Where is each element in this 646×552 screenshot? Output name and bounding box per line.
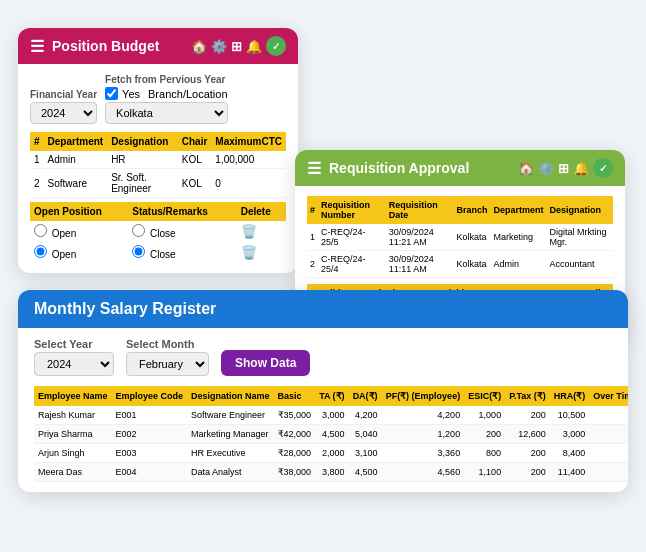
req-home-icon[interactable]: 🏠 [518,161,534,176]
salary-cell: 2,000 [589,406,628,425]
dept-col-dept: Department [44,132,108,151]
req-col-branch: Branch [454,196,491,224]
financial-year-group: Financial Year 2024 [30,89,97,124]
open-radio[interactable] [34,245,47,258]
dept-col-desig: Designation [107,132,178,151]
salary-cell: 4,560 [382,463,465,482]
salary-header: Monthly Salary Register [18,290,628,328]
trash-icon: 🗑️ [241,245,257,260]
salary-cell: 4,500 [315,425,349,444]
open-col-status: Status/Remarks [128,202,236,221]
req-col-hash: # [307,196,318,224]
req-header-left: ☰ Requisition Approval [307,159,469,178]
salary-cell: 5,040 [349,425,382,444]
salary-cell: 1,000 [464,406,505,425]
salary-cell: 12,600 [505,425,550,444]
req-col-dept: Department [491,196,547,224]
branch-select[interactable]: Kolkata [105,102,227,124]
salary-month-label: Select Month [126,338,209,350]
trash-icon: 🗑️ [241,224,257,239]
fetch-label: Fetch from Pervious Year [105,74,227,85]
open-col-delete: Delete [237,202,286,221]
salary-col-header: HRA(₹) [550,386,590,406]
branch-label: Branch/Location [148,88,228,100]
req1-cell: Kolkata [454,224,491,251]
salary-table: Employee NameEmployee CodeDesignation Na… [34,386,628,482]
position-budget-card: ☰ Position Budget 🏠 ⚙️ ⊞ 🔔 ✓ Financial Y… [18,28,298,273]
req-title: Requisition Approval [329,160,469,176]
salary-cell: 3,360 [382,444,465,463]
salary-cell: 8,400 [550,444,590,463]
req-header: ☰ Requisition Approval 🏠 ⚙️ ⊞ 🔔 ✓ [295,150,625,186]
open-position-cell: Open [30,221,128,242]
financial-year-label: Financial Year [30,89,97,100]
dept-cell: 1 [30,151,44,169]
salary-body: Select Year 2024 Select Month February S… [18,328,628,492]
dept-cell: KOL [178,169,212,198]
req1-cell: 30/09/2024 11:21 AM [386,224,454,251]
salary-col-header: Basic [274,386,316,406]
salary-cell: Data Analyst [187,463,274,482]
salary-cell: ₹38,000 [274,463,316,482]
salary-cell: ₹35,000 [274,406,316,425]
salary-cell: 1,100 [464,463,505,482]
salary-cell: 3,000 [315,406,349,425]
salary-cell: Marketing Manager [187,425,274,444]
status-cell: Close [128,221,236,242]
bell-icon[interactable]: 🔔 [246,39,262,54]
status-cell: Close [128,242,236,263]
salary-cell: HR Executive [187,444,274,463]
grid-icon[interactable]: ⊞ [231,39,242,54]
fetch-checkbox-row: Yes Branch/Location [105,87,227,100]
close-radio[interactable] [132,224,145,237]
settings-icon[interactable]: ⚙️ [211,39,227,54]
salary-cell: E002 [112,425,188,444]
req-user-icon[interactable]: ✓ [593,158,613,178]
req1-cell: C-REQ/24-25/4 [318,251,386,278]
salary-cell: 2,000 [315,444,349,463]
salary-cell: Priya Sharma [34,425,112,444]
dept-col-chair: Chair [178,132,212,151]
req-settings-icon[interactable]: ⚙️ [538,161,554,176]
req-grid-icon[interactable]: ⊞ [558,161,569,176]
req-hamburger-icon: ☰ [307,159,321,178]
req1-cell: 2 [307,251,318,278]
salary-col-header: PF(₹) (Employee) [382,386,465,406]
home-icon[interactable]: 🏠 [191,39,207,54]
salary-cell: 3,100 [349,444,382,463]
salary-title: Monthly Salary Register [34,300,216,317]
salary-col-header: P.Tax (₹) [505,386,550,406]
salary-col-header: ESIC(₹) [464,386,505,406]
req-bell-icon[interactable]: 🔔 [573,161,589,176]
salary-col-header: Over Time (OT)(₹) [589,386,628,406]
open-radio[interactable] [34,224,47,237]
delete-cell[interactable]: 🗑️ [237,242,286,263]
dept-table: # Department Designation Chair MaximumCT… [30,132,286,198]
salary-cell: E001 [112,406,188,425]
dept-cell: 1,00,000 [211,151,286,169]
budget-header: ☰ Position Budget 🏠 ⚙️ ⊞ 🔔 ✓ [18,28,298,64]
dept-col-hash: # [30,132,44,151]
close-radio[interactable] [132,245,145,258]
req1-cell: 1 [307,224,318,251]
salary-cell: 800 [464,444,505,463]
delete-cell[interactable]: 🗑️ [237,221,286,242]
salary-cell: 1,200 [382,425,465,444]
req1-cell: Admin [491,251,547,278]
show-data-button[interactable]: Show Data [221,350,310,376]
salary-cell: 200 [505,444,550,463]
req-header-icons: 🏠 ⚙️ ⊞ 🔔 ✓ [518,158,613,178]
salary-cell: 200 [505,406,550,425]
budget-header-left: ☰ Position Budget [30,37,159,56]
salary-cell: 4,200 [349,406,382,425]
fetch-checkbox[interactable] [105,87,118,100]
user-icon[interactable]: ✓ [266,36,286,56]
salary-cell: 200 [464,425,505,444]
financial-year-select[interactable]: 2024 [30,102,97,124]
salary-cell: Arjun Singh [34,444,112,463]
salary-cell: Rajesh Kumar [34,406,112,425]
salary-year-select[interactable]: 2024 [34,352,114,376]
salary-month-select[interactable]: February [126,352,209,376]
salary-cell: 11,400 [550,463,590,482]
req1-cell: C-REQ/24-25/5 [318,224,386,251]
